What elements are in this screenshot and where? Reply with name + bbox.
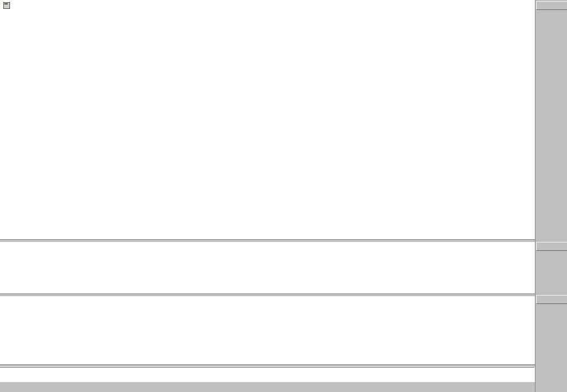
window-icon[interactable] <box>3 2 10 9</box>
currency-header <box>536 1 567 10</box>
rsi-indicator-panel[interactable] <box>0 243 535 293</box>
price-chart-canvas[interactable] <box>0 0 535 239</box>
footer-branding <box>0 382 567 392</box>
spd-scale-header <box>536 295 567 304</box>
trading-app-window <box>0 0 567 392</box>
rsi-scale-header <box>536 242 567 251</box>
rsi-chart-canvas[interactable] <box>0 243 535 293</box>
spd-indicator-panel[interactable] <box>0 297 535 364</box>
right-scale-margin[interactable] <box>535 0 567 392</box>
time-axis[interactable] <box>0 367 534 383</box>
spd-chart-canvas[interactable] <box>0 297 535 364</box>
price-chart-panel[interactable] <box>0 0 535 239</box>
